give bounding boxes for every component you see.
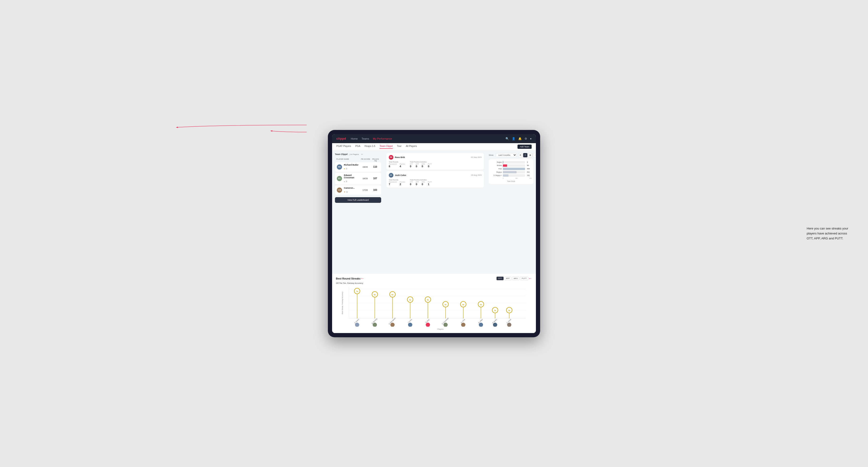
grid-view-icon[interactable]: ⊞ bbox=[518, 153, 522, 157]
chart-x-ticks: 0 200 400 bbox=[491, 178, 532, 179]
player-row[interactable]: CM Cameron... ★ 3 17/20 103 bbox=[335, 185, 381, 195]
main-content: Team Clippd | 14 Players ✏ PLAYER NAME P… bbox=[332, 151, 536, 273]
player-avatar: CM bbox=[337, 187, 342, 193]
y-axis-label: Best Streak, Fairway Accuracy bbox=[340, 302, 344, 314]
player-score: 19/20 bbox=[359, 166, 371, 168]
bar-row-dbogeys: D. Bogeys + 131 bbox=[491, 174, 532, 177]
bar-label-birdies: Birdies bbox=[491, 165, 502, 166]
bar-track-eagles bbox=[503, 161, 525, 163]
player-card-rees-britt: RB Rees Britt 02 Sep 2023 Total Rounds T… bbox=[386, 153, 484, 169]
bottom-section: Best Round Streaks ← OTT APP ARG PUTT ← … bbox=[332, 273, 536, 333]
stat-putt: PUTT 0 bbox=[428, 163, 432, 168]
show-bar: Show Last 3 months Last 6 months Last 12… bbox=[489, 153, 533, 157]
player-row[interactable]: EC Edward Crossman ♦ 2 18/20 107 bbox=[335, 173, 381, 184]
svg-text:6x: 6x bbox=[392, 294, 394, 295]
nav-teams[interactable]: Teams bbox=[362, 137, 369, 141]
show-select[interactable]: Last 3 months Last 6 months Last 12 mont… bbox=[496, 153, 517, 157]
nav-links: Home Teams My Performance bbox=[351, 137, 500, 141]
bar-track-pars bbox=[503, 168, 525, 170]
chart-view-icon[interactable]: ▦ bbox=[528, 153, 532, 157]
view-leaderboard-button[interactable]: View Full Leaderboard bbox=[335, 197, 381, 203]
player-avg: 107 bbox=[371, 177, 379, 180]
team-title: Team Clippd bbox=[335, 153, 347, 155]
stat-group-practice: Total Practice Activities OTT 0 APP 0 bbox=[410, 161, 432, 168]
player-name: Edward Crossman bbox=[344, 174, 359, 179]
sub-nav-tour[interactable]: Tour bbox=[397, 145, 401, 149]
avatar-icon[interactable]: ● bbox=[530, 137, 532, 140]
player-name: Cameron... bbox=[344, 187, 359, 189]
stat-group-practice: Total Practice Activities OTT 0 APP 0 bbox=[410, 179, 432, 186]
svg-text:R. Britt: R. Britt bbox=[425, 319, 430, 323]
x-tick-0: 0 bbox=[503, 178, 503, 179]
player-avatar: EC bbox=[337, 176, 342, 181]
arrow-left-icon: ← bbox=[361, 276, 365, 281]
bar-fill-dbogeys bbox=[503, 174, 508, 177]
svg-text:4x: 4x bbox=[480, 304, 482, 305]
stat-sub: Tournament 8 Practice 4 bbox=[389, 163, 405, 168]
stat-label-practice: Total Practice Activities bbox=[410, 161, 432, 163]
x-tick-400: 400 bbox=[529, 178, 532, 179]
streaks-filter: OTT APP ARG PUTT bbox=[497, 277, 528, 280]
sub-nav-all-players[interactable]: All Players bbox=[406, 145, 417, 149]
bell-icon[interactable]: 🔔 bbox=[518, 137, 522, 140]
bar-row-eagles: Eagles 3 bbox=[491, 161, 532, 163]
nav-bar: clippd Home Teams My Performance 🔍 👤 🔔 ⚙… bbox=[332, 134, 536, 143]
player-card-josh-coles: JC Josh Coles 26 Aug 2023 Total Rounds T… bbox=[386, 171, 484, 187]
stat-sub: Tournament 7 Practice 2 bbox=[389, 181, 405, 186]
card-date: 02 Sep 2023 bbox=[471, 156, 482, 158]
more-view-icon[interactable]: ⋮ bbox=[533, 153, 536, 157]
bar-chart-container: Eagles 3 Birdies 96 Pars bbox=[489, 159, 533, 184]
stat-practice: Practice 4 bbox=[400, 163, 405, 168]
stat-label: Total Rounds bbox=[389, 161, 405, 163]
bar-label-bogeys: Bogeys bbox=[491, 171, 502, 173]
nav-my-performance[interactable]: My Performance bbox=[373, 137, 392, 141]
team-count: | 14 Players bbox=[349, 153, 359, 155]
bar-fill-birdies bbox=[503, 164, 507, 167]
sub-nav: PGAT Players PGA Hcaps 1-5 Team Clippd T… bbox=[332, 143, 536, 151]
sub-nav-hcaps[interactable]: Hcaps 1-5 bbox=[365, 145, 375, 149]
player-score: 18/20 bbox=[359, 177, 371, 180]
svg-text:3x: 3x bbox=[508, 310, 510, 311]
filter-ott[interactable]: OTT bbox=[497, 277, 503, 280]
filter-app[interactable]: APP bbox=[504, 277, 512, 280]
svg-text:6x: 6x bbox=[374, 294, 376, 295]
nav-home[interactable]: Home bbox=[351, 137, 358, 141]
bar-value-pars: 499 bbox=[527, 168, 532, 169]
settings-icon[interactable]: ⚙ bbox=[525, 137, 527, 140]
player-row[interactable]: RB Richard Butler ♥ 1 19/20 110 bbox=[335, 162, 381, 172]
stat-label-practice: Total Practice Activities bbox=[410, 179, 432, 181]
bar-value-bogeys: 311 bbox=[527, 171, 532, 173]
player-avatar: RB bbox=[337, 164, 342, 169]
stat-tournament: Tournament 8 bbox=[389, 163, 397, 168]
streaks-title: Best Round Streaks bbox=[336, 277, 361, 280]
svg-text:4x: 4x bbox=[445, 304, 446, 305]
player-badge-gold: ♥ 1 bbox=[344, 167, 348, 170]
x-axis-players-label: Players bbox=[349, 328, 532, 330]
player-avg: 110 bbox=[371, 165, 379, 168]
chart-x-label: Total Shots bbox=[491, 181, 532, 182]
bar-value-birdies: 96 bbox=[527, 165, 532, 166]
svg-text:4x: 4x bbox=[462, 304, 464, 305]
view-icons: ⊞ ≡ ▦ ⋮ bbox=[518, 153, 536, 157]
sub-nav-pga[interactable]: PGA bbox=[355, 145, 360, 149]
sub-nav-pgat[interactable]: PGAT Players bbox=[336, 145, 351, 149]
player-name: Richard Butler bbox=[344, 164, 359, 166]
edit-icon[interactable]: ✏ bbox=[361, 153, 363, 156]
stat-ott: OTT 0 bbox=[410, 163, 413, 168]
card-avatar: RB bbox=[389, 155, 394, 160]
sub-nav-team-clippd[interactable]: Team Clippd bbox=[379, 145, 393, 149]
filter-putt[interactable]: PUTT bbox=[520, 277, 528, 280]
tablet-screen: clippd Home Teams My Performance 🔍 👤 🔔 ⚙… bbox=[332, 134, 536, 333]
list-view-icon[interactable]: ≡ bbox=[523, 153, 527, 157]
chart-subtitle: Off The Tee, Fairway Accuracy bbox=[336, 282, 532, 284]
add-team-button[interactable]: Add Team bbox=[518, 145, 532, 149]
left-panel: Team Clippd | 14 Players ✏ PLAYER NAME P… bbox=[332, 151, 384, 273]
bar-value-eagles: 3 bbox=[527, 161, 532, 163]
filter-arg[interactable]: ARG bbox=[512, 277, 519, 280]
stat-arg: ARG 0 bbox=[422, 163, 425, 168]
user-icon[interactable]: 👤 bbox=[512, 137, 516, 140]
svg-text:5x: 5x bbox=[409, 299, 411, 301]
player-score: 17/20 bbox=[359, 189, 371, 191]
search-icon[interactable]: 🔍 bbox=[505, 137, 509, 140]
streaks-svg: 0 2 4 6 8 7x E. Ewert 6x bbox=[349, 286, 526, 326]
